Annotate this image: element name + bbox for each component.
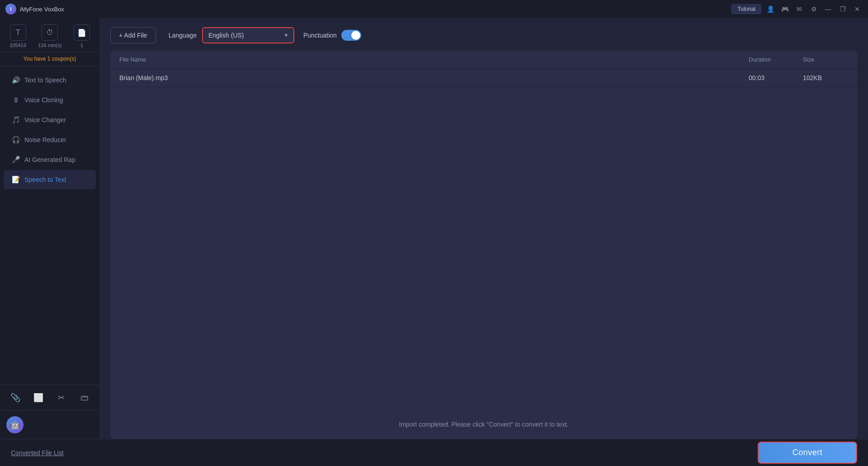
chars-value: 105413: [9, 43, 26, 48]
voice-changer-icon: 🎵: [12, 116, 20, 124]
sidebar-user: 🤖: [0, 410, 99, 439]
sidebar-bottom-icons: 📎 ⬜ ✂ 🗃: [0, 385, 99, 410]
sidebar-item-voice-changer[interactable]: 🎵 Voice Changer: [4, 110, 96, 129]
title-bar-right: Tutorial 👤 🎮 ✉ ⚙ — ❐ ✕: [731, 4, 863, 14]
cut-icon[interactable]: ✂: [53, 390, 70, 406]
language-select[interactable]: English (US) English (UK) Spanish French…: [203, 28, 293, 43]
table-body: Brian (Male).mp3 00:03 102KB Import comp…: [110, 69, 857, 439]
user-avatar: 🤖: [6, 416, 24, 433]
minutes-value: 116 min(s): [38, 43, 61, 48]
noise-reducer-label: Noise Reducer: [24, 136, 66, 143]
table-header: File Name Duration Size: [110, 51, 857, 69]
top-controls: + Add File Language English (US) English…: [110, 27, 857, 43]
minimize-button[interactable]: —: [823, 4, 834, 14]
maximize-button[interactable]: ❐: [837, 4, 848, 14]
sidebar-item-voice-cloning[interactable]: 🎙 Voice Cloning: [4, 90, 96, 109]
converted-file-link[interactable]: Converted File List: [11, 449, 64, 456]
bottom-bar: Converted File List Convert: [0, 439, 868, 466]
speech-to-text-label: Speech to Text: [24, 176, 66, 183]
sidebar-stats: T 105413 ⏱ 116 min(s) 📄 1: [0, 18, 99, 52]
stat-chars: T 105413: [9, 24, 26, 48]
stat-minutes: ⏱ 116 min(s): [38, 24, 61, 48]
app-logo: i: [5, 4, 16, 14]
discord-icon[interactable]: 🎮: [779, 4, 790, 14]
col-filename: File Name: [119, 56, 749, 63]
language-select-container: English (US) English (UK) Spanish French…: [203, 28, 293, 43]
voice-changer-label: Voice Changer: [24, 116, 66, 124]
minutes-icon: ⏱: [42, 24, 58, 41]
sidebar: T 105413 ⏱ 116 min(s) 📄 1 You have 1 cou…: [0, 18, 99, 439]
sidebar-item-noise-reducer[interactable]: 🎧 Noise Reducer: [4, 130, 96, 149]
punctuation-section: Punctuation: [303, 30, 361, 41]
size-cell: 102KB: [803, 74, 848, 81]
title-bar-left: i iMyFone VoxBox: [5, 4, 64, 14]
tools-icon[interactable]: 🗃: [76, 390, 93, 406]
toggle-knob: [351, 31, 360, 40]
mail-icon[interactable]: ✉: [794, 4, 805, 14]
convert-button[interactable]: Convert: [758, 442, 857, 464]
sidebar-item-speech-to-text[interactable]: 📝 Speech to Text: [4, 170, 96, 189]
file-table-container: File Name Duration Size Brian (Male).mp3…: [110, 51, 857, 439]
coupon-banner: You have 1 coupon(s): [0, 52, 99, 66]
sidebar-nav: 🔊 Text to Speech 🎙 Voice Cloning 🎵 Voice…: [0, 66, 99, 385]
stat-files: 📄 1: [74, 24, 90, 48]
ai-rap-icon: 🎤: [12, 156, 20, 164]
language-section: Language English (US) English (UK) Spani…: [169, 27, 294, 43]
settings-icon[interactable]: ⚙: [808, 4, 819, 14]
text-to-speech-icon: 🔊: [12, 76, 20, 84]
add-file-button[interactable]: + Add File: [110, 27, 156, 43]
text-to-speech-label: Text to Speech: [24, 76, 66, 84]
user-icon[interactable]: 👤: [765, 4, 776, 14]
chars-icon: T: [10, 24, 26, 41]
subtitles-icon[interactable]: ⬜: [30, 390, 47, 406]
close-button[interactable]: ✕: [852, 4, 863, 14]
app-title: iMyFone VoxBox: [20, 6, 64, 13]
ai-rap-label: AI Generated Rap: [24, 156, 75, 163]
punctuation-toggle[interactable]: [341, 30, 361, 41]
speech-to-text-icon: 📝: [12, 176, 20, 184]
language-select-wrapper: English (US) English (UK) Spanish French…: [202, 27, 294, 43]
voice-cloning-icon: 🎙: [12, 96, 20, 104]
tutorial-button[interactable]: Tutorial: [731, 4, 761, 14]
voice-cloning-label: Voice Cloning: [24, 96, 63, 104]
col-size: Size: [803, 56, 848, 63]
content-area: + Add File Language English (US) English…: [99, 18, 868, 439]
title-bar: i iMyFone VoxBox Tutorial 👤 🎮 ✉ ⚙ — ❐ ✕: [0, 0, 868, 18]
col-duration: Duration: [749, 56, 803, 63]
table-row[interactable]: Brian (Male).mp3 00:03 102KB: [110, 69, 857, 87]
file-name-cell: Brian (Male).mp3: [119, 74, 749, 81]
sidebar-item-ai-generated-rap[interactable]: 🎤 AI Generated Rap: [4, 150, 96, 169]
punctuation-label: Punctuation: [303, 32, 337, 39]
noise-reducer-icon: 🎧: [12, 136, 20, 144]
files-value: 1: [80, 43, 83, 48]
language-label: Language: [169, 32, 197, 39]
main-layout: T 105413 ⏱ 116 min(s) 📄 1 You have 1 cou…: [0, 18, 868, 439]
duration-cell: 00:03: [749, 74, 803, 81]
import-message: Import completed. Please click "Convert"…: [399, 421, 569, 428]
attach-icon[interactable]: 📎: [7, 390, 24, 406]
sidebar-item-text-to-speech[interactable]: 🔊 Text to Speech: [4, 71, 96, 90]
files-icon: 📄: [74, 24, 90, 41]
